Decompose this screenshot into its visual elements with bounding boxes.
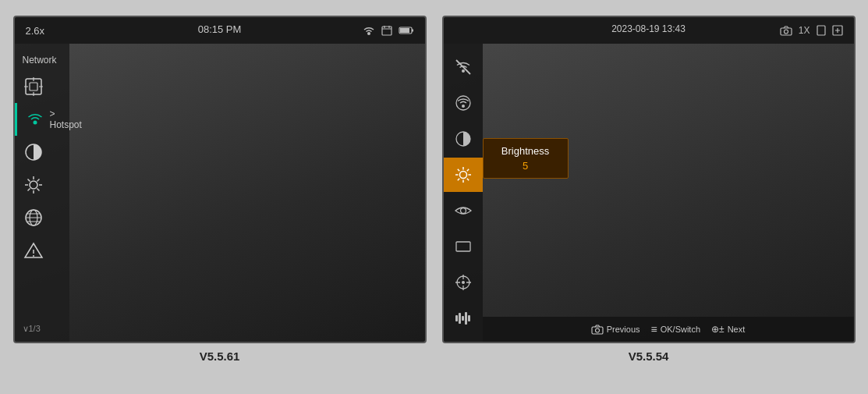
circle-half-icon	[23, 141, 44, 163]
sidebar-item-hotspot[interactable]: > Hotspot	[15, 103, 69, 136]
sidebar-item-target[interactable]	[15, 70, 69, 103]
sun-icon	[23, 174, 44, 196]
left-screen-wrapper: 2.6x 08:15 PM	[13, 16, 427, 363]
svg-point-67	[595, 328, 599, 332]
svg-point-0	[367, 32, 370, 35]
svg-line-51	[466, 169, 468, 171]
bottom-previous[interactable]: Previous	[591, 325, 640, 335]
svg-rect-63	[462, 316, 464, 321]
hotspot-label: > Hotspot	[50, 108, 82, 130]
svg-point-16	[30, 181, 37, 189]
bottom-next[interactable]: ⊕± Next	[711, 324, 745, 335]
time-display: 08:15 PM	[198, 23, 242, 35]
sidebar-right-waveform[interactable]	[444, 301, 483, 335]
left-version-label: V5.5.61	[200, 350, 240, 363]
right-screen: 2023-08-19 13:43 1X	[442, 16, 856, 343]
previous-label: Previous	[607, 325, 640, 334]
svg-point-60	[462, 281, 465, 284]
sidebar-right-rect[interactable]	[444, 229, 483, 264]
svg-rect-61	[455, 315, 458, 321]
svg-rect-33	[781, 28, 792, 35]
tooltip-title: Brightness	[498, 145, 554, 157]
zoom-1x-label: 1X	[799, 25, 810, 36]
network-label: Network	[15, 51, 69, 70]
right-top-icons: 1X	[780, 25, 843, 36]
svg-rect-65	[468, 315, 470, 321]
next-label: Next	[728, 325, 746, 334]
sidebar-right-wifi[interactable]	[444, 86, 483, 120]
svg-point-39	[462, 69, 465, 73]
svg-point-53	[460, 208, 466, 214]
battery-icon	[399, 26, 414, 35]
right-bottom-bar: Previous ≡ OK/Switch ⊕± Next	[483, 317, 854, 342]
left-top-bar: 2.6x 08:15 PM	[15, 17, 425, 44]
svg-point-14	[33, 121, 37, 125]
page-indicator: ∨1/3	[23, 324, 41, 334]
svg-line-21	[27, 179, 30, 182]
next-icon: ⊕±	[711, 324, 725, 335]
plus-box-icon	[832, 25, 843, 36]
svg-rect-64	[465, 312, 467, 325]
target-icon	[23, 76, 44, 98]
svg-rect-54	[456, 242, 470, 251]
svg-rect-35	[817, 26, 825, 35]
camera-bottom-icon	[591, 325, 604, 335]
svg-rect-6	[400, 28, 409, 33]
sidebar-item-globe[interactable]	[15, 201, 69, 234]
svg-rect-66	[592, 327, 603, 334]
warning-icon	[23, 240, 44, 261]
svg-rect-9	[30, 83, 37, 91]
sidebar-item-warning[interactable]	[15, 234, 69, 267]
date-time-display: 2023-08-19 13:43	[611, 23, 686, 34]
bottom-ok-switch[interactable]: ≡ OK/Switch	[651, 323, 701, 335]
svg-line-49	[457, 169, 459, 171]
svg-point-42	[462, 105, 465, 108]
menu-icon: ≡	[651, 323, 657, 335]
right-sidebar	[444, 44, 483, 342]
calendar-icon	[381, 25, 392, 36]
right-screen-wrapper: 2023-08-19 13:43 1X	[442, 16, 856, 363]
hotspot-icon	[25, 108, 45, 130]
svg-line-24	[27, 189, 30, 191]
sidebar-right-contrast[interactable]	[444, 122, 483, 156]
sidebar-item-circle-half[interactable]	[15, 136, 69, 169]
svg-line-50	[466, 179, 468, 180]
right-top-bar: 2023-08-19 13:43 1X	[444, 17, 854, 44]
top-bar-icons	[363, 25, 414, 36]
brightness-tooltip: Brightness 5	[483, 138, 569, 179]
camera-icon-top	[780, 26, 792, 36]
svg-point-41	[456, 96, 470, 110]
left-sidebar: Network	[15, 44, 69, 342]
svg-point-32	[33, 255, 34, 257]
zoom-level: 2.6x	[26, 25, 45, 37]
sidebar-right-crosshair[interactable]	[444, 265, 483, 300]
left-screen: 2.6x 08:15 PM	[13, 16, 427, 343]
sidebar-item-brightness[interactable]	[15, 169, 69, 201]
svg-rect-1	[382, 27, 391, 35]
globe-icon	[23, 207, 44, 229]
right-version-label: V5.5.54	[629, 350, 669, 363]
svg-line-23	[37, 179, 39, 182]
tooltip-value: 5	[498, 160, 554, 172]
sidebar-right-brightness[interactable]	[444, 158, 483, 192]
ok-switch-label: OK/Switch	[661, 325, 700, 334]
svg-point-34	[784, 30, 788, 34]
svg-line-22	[37, 189, 39, 191]
wifi-icon	[363, 25, 375, 36]
svg-point-44	[459, 172, 466, 179]
sidebar-right-nowifi[interactable]	[444, 50, 483, 84]
svg-line-52	[457, 179, 459, 180]
sidebar-right-eye[interactable]	[444, 193, 483, 228]
svg-rect-62	[459, 313, 461, 324]
page-icon	[817, 25, 826, 36]
